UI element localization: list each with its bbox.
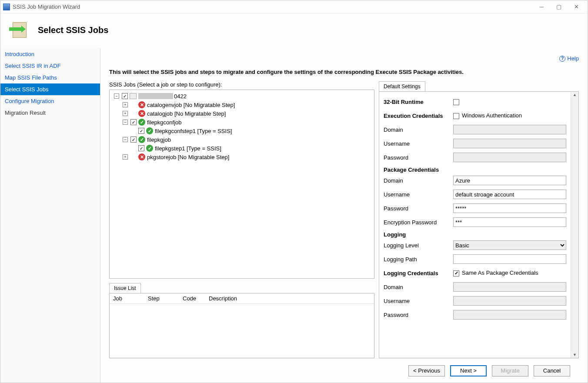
tab-default-settings[interactable]: Default Settings <box>379 81 425 91</box>
tree-checkbox[interactable] <box>138 145 144 151</box>
col-step[interactable]: Step <box>144 293 179 303</box>
close-button[interactable]: ✕ <box>568 2 585 12</box>
tree-node-catalogjob[interactable]: + catalogjob [No Migratable Step] <box>110 109 374 118</box>
expander-icon[interactable]: − <box>123 120 128 125</box>
issue-list-panel: Job Step Code Description <box>109 293 374 358</box>
body: Introduction Select SSIS IR in ADF Map S… <box>0 48 588 383</box>
sidebar-item-introduction[interactable]: Introduction <box>0 48 100 60</box>
col-code[interactable]: Code <box>179 293 205 303</box>
tree-checkbox[interactable] <box>138 128 144 134</box>
label-exec-password: Password <box>384 154 453 161</box>
tree-node-filepkgjob[interactable]: − filepkgjob <box>110 135 374 144</box>
label-execution-credentials: Execution Credentials <box>384 113 453 119</box>
tree-node-filepkgconfstep1[interactable]: filepkgconfstep1 [Type = SSIS] <box>110 127 374 135</box>
label-log-password: Password <box>384 312 453 318</box>
settings-tabstrip: Default Settings <box>379 81 579 91</box>
next-button[interactable]: Next > <box>450 365 487 376</box>
label-pkg-password: Password <box>384 205 453 212</box>
app-icon <box>3 3 10 10</box>
tree-root[interactable]: − 0422 <box>110 92 374 100</box>
header-logging: Logging <box>384 231 566 238</box>
scroll-down-icon[interactable]: ▼ <box>572 352 578 358</box>
input-pkg-password[interactable] <box>453 203 566 213</box>
expander-icon[interactable]: + <box>123 102 128 107</box>
help-label: Help <box>567 55 579 62</box>
jobs-tree[interactable]: − 0422 + catalogenvjob [No Migratable St… <box>109 90 374 279</box>
expander-icon[interactable]: − <box>114 93 119 99</box>
tree-checkbox[interactable] <box>130 137 137 143</box>
expander-icon[interactable]: + <box>123 154 128 160</box>
sidebar-item-map-paths[interactable]: Map SSIS File Paths <box>0 72 100 83</box>
tree-checkbox[interactable] <box>122 93 128 99</box>
input-logging-path[interactable] <box>453 254 566 264</box>
expander-icon[interactable]: − <box>123 137 128 142</box>
ok-icon <box>138 136 145 143</box>
tree-checkbox[interactable] <box>130 119 137 125</box>
checkbox-32bit-runtime[interactable] <box>453 99 459 105</box>
left-column: SSIS Jobs (Select a job or step to confi… <box>109 81 374 358</box>
tree-label: pkgstorejob [No Migratable Step] <box>147 154 229 160</box>
col-job[interactable]: Job <box>110 293 144 303</box>
input-pkg-domain[interactable] <box>453 176 566 185</box>
help-link[interactable]: ? Help <box>559 55 579 62</box>
tree-label: filepkgconfjob <box>147 119 182 126</box>
input-exec-username <box>453 139 566 148</box>
input-pkg-username[interactable] <box>453 190 566 199</box>
scroll-up-icon[interactable]: ▲ <box>572 92 578 98</box>
previous-button[interactable]: < Previous <box>408 365 445 376</box>
cancel-button[interactable]: Cancel <box>534 365 570 376</box>
tree-label: filepkgjob <box>147 137 171 143</box>
maximize-button[interactable]: ▢ <box>550 2 568 12</box>
tree-label: 0422 <box>174 93 187 100</box>
label-pkg-domain: Domain <box>384 177 453 184</box>
checkbox-same-as-package[interactable] <box>453 270 459 276</box>
tree-node-pkgstorejob[interactable]: + pkgstorejob [No Migratable Step] <box>110 153 374 161</box>
error-icon <box>138 110 145 117</box>
expander-icon[interactable]: + <box>123 111 128 116</box>
error-icon <box>138 101 145 108</box>
input-encryption-password[interactable] <box>453 217 566 227</box>
wizard-steps-sidebar: Introduction Select SSIS IR in ADF Map S… <box>0 48 100 383</box>
header-package-credentials: Package Credentials <box>384 167 566 173</box>
tree-node-catalogenvjob[interactable]: + catalogenvjob [No Migratable Step] <box>110 100 374 109</box>
sidebar-item-select-ir[interactable]: Select SSIS IR in ADF <box>0 60 100 72</box>
label-pkg-username: Username <box>384 191 453 198</box>
label-exec-username: Username <box>384 140 453 147</box>
sidebar-item-migration-result[interactable]: Migration Result <box>0 107 100 119</box>
settings-scrollbar[interactable]: ▲ ▼ <box>571 92 578 358</box>
checkbox-windows-auth[interactable] <box>453 113 459 119</box>
label-encryption-password: Encryption Password <box>384 219 453 226</box>
label-same-as-package: Same As Package Credentials <box>462 270 538 276</box>
input-log-domain <box>453 282 566 292</box>
label-32bit-runtime: 32-Bit Runtime <box>384 99 453 105</box>
label-exec-domain: Domain <box>384 127 453 133</box>
tree-node-filepkgconfjob[interactable]: − filepkgconfjob <box>110 118 374 127</box>
window-title: SSIS Job Migration Wizard <box>13 3 533 10</box>
sidebar-item-select-jobs[interactable]: Select SSIS Jobs <box>0 83 100 95</box>
help-row: ? Help <box>109 55 579 62</box>
tree-label: catalogjob [No Migratable Step] <box>147 110 226 117</box>
label-logging-path: Logging Path <box>384 256 453 263</box>
label-log-domain: Domain <box>384 284 453 290</box>
issue-header: Job Step Code Description <box>110 293 374 304</box>
settings-scroll[interactable]: 32-Bit Runtime Execution Credentials Win… <box>379 92 571 358</box>
sidebar-item-configure-migration[interactable]: Configure Migration <box>0 95 100 107</box>
ok-icon <box>138 119 145 126</box>
titlebar: SSIS Job Migration Wizard ─ ▢ ✕ <box>0 0 588 13</box>
tree-node-filepkgstep1[interactable]: filepkgstep1 [Type = SSIS] <box>110 144 374 153</box>
tree-label: catalogenvjob [No Migratable Step] <box>147 102 235 108</box>
tree-label: filepkgconfstep1 [Type = SSIS] <box>155 128 232 134</box>
input-exec-password <box>453 153 566 162</box>
intro-text: This will select the SSIS jobs and steps… <box>109 69 579 75</box>
page-title: Select SSIS Jobs <box>38 25 108 35</box>
input-log-username <box>453 296 566 306</box>
minimize-button[interactable]: ─ <box>533 2 550 12</box>
wizard-footer: < Previous Next > Migrate Cancel <box>109 358 579 383</box>
wizard-window: SSIS Job Migration Wizard ─ ▢ ✕ Select S… <box>0 0 588 383</box>
wizard-page-icon <box>9 20 30 40</box>
select-logging-level[interactable]: Basic <box>453 240 566 250</box>
migrate-button: Migrate <box>492 365 528 376</box>
tab-issue-list[interactable]: Issue List <box>109 283 141 293</box>
col-description[interactable]: Description <box>205 293 374 303</box>
page-header: Select SSIS Jobs <box>0 13 588 48</box>
